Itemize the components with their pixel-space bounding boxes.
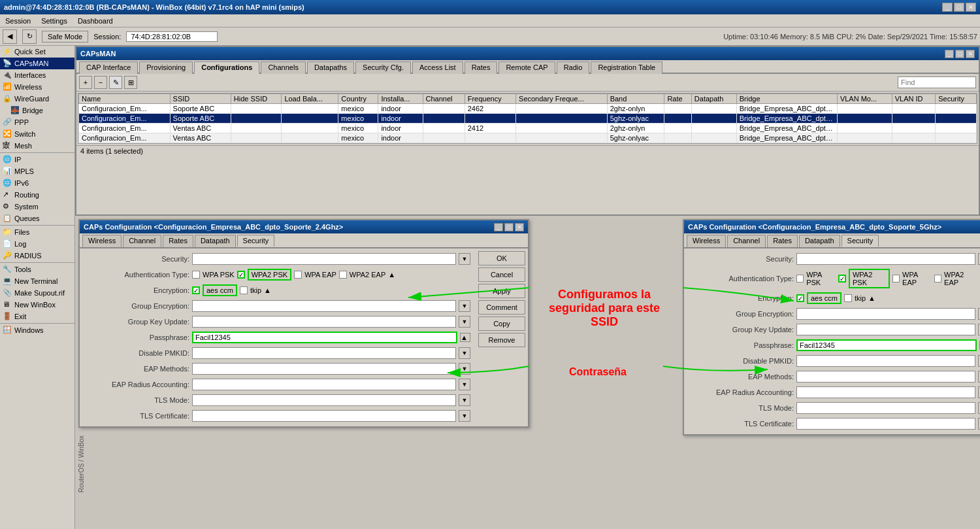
menu-session[interactable]: Session [3,16,33,26]
close-button[interactable]: ✕ [966,3,976,12]
wpapsk-checkbox[interactable] [192,271,200,279]
disable-pmkid-input[interactable] [192,347,456,359]
safe-mode-button[interactable]: Safe Mode [42,31,88,43]
dialog1-copy-button[interactable]: Copy [478,316,525,331]
passphrase-scroll-up[interactable]: ▲ [460,333,470,342]
d2-tkip-checkbox[interactable] [844,294,852,302]
tab-provisioning[interactable]: Provisioning [139,61,193,74]
dialog1-tab-security[interactable]: Security [237,235,275,247]
sidebar-item-supout[interactable]: 📎 Make Supout.rif [0,287,74,299]
d2-aesccm-checkbox[interactable] [796,294,804,302]
tab-configurations[interactable]: Configurations [194,61,259,74]
table-row[interactable]: Configuracion_Em... Ventas ABC mexico in… [79,124,977,133]
sidebar-item-ppp[interactable]: 🔗 PPP [0,116,74,128]
sidebar-item-ipv6[interactable]: 🌐 IPv6 [0,177,74,189]
tls-mode-dropdown[interactable]: ▼ [459,394,470,406]
dialog2-tab-datapath[interactable]: Datapath [799,235,840,247]
col-load-bala[interactable]: Load Bala... [282,94,338,104]
sidebar-item-mesh[interactable]: 🕸 Mesh [0,140,74,152]
tkip-checkbox[interactable] [240,286,248,294]
table-row[interactable]: Configuracion_Em... Soporte ABC mexico i… [79,114,977,124]
sidebar-item-wireguard[interactable]: 🔒 WireGuard [0,93,74,105]
col-band[interactable]: Band [607,94,664,104]
tab-rates[interactable]: Rates [465,61,498,74]
col-channel[interactable]: Channel [423,94,465,104]
eap-methods-dropdown[interactable]: ▼ [459,363,470,375]
add-button[interactable]: + [79,76,92,89]
sidebar-item-newwinbox[interactable]: 🖥 New WinBox [0,299,74,311]
dialog2-tab-channel[interactable]: Channel [727,235,766,247]
remove-button[interactable]: − [94,76,107,89]
sidebar-item-queues[interactable]: 📋 Queues [0,213,74,224]
group-key-input[interactable] [192,316,456,328]
capsman-minimize[interactable]: _ [945,50,954,58]
dialog2-tab-wireless[interactable]: Wireless [687,235,726,247]
tab-security-cfg[interactable]: Security Cfg. [355,61,411,74]
dialog1-passphrase-input[interactable] [192,332,457,343]
sidebar-item-switch[interactable]: 🔀 Switch [0,128,74,140]
tab-datapaths[interactable]: Datapaths [307,61,354,74]
eap-methods-input[interactable] [192,363,456,375]
aesccm-checkbox[interactable] [192,286,200,294]
col-bridge[interactable]: Bridge [736,94,837,104]
disable-pmkid-dropdown[interactable]: ▼ [459,347,470,359]
col-vlan-mo[interactable]: VLAN Mo... [837,94,892,104]
col-name[interactable]: Name [79,94,171,104]
d2-disable-pmkid-input[interactable] [796,355,975,367]
edit-button[interactable]: ✎ [109,76,122,89]
sidebar-item-mpls[interactable]: 📊 MPLS [0,165,74,177]
d2-tls-mode-input[interactable] [796,402,975,414]
title-bar-controls[interactable]: _ □ ✕ [942,3,976,12]
col-installa[interactable]: Installa... [378,94,423,104]
d2-eap-methods-input[interactable] [796,371,975,383]
sidebar-item-ip[interactable]: 🌐 IP [0,154,74,165]
tab-registration-table[interactable]: Registration Table [591,61,662,74]
tls-cert-dropdown[interactable]: ▼ [459,410,470,422]
dialog1-tab-channel[interactable]: Channel [123,235,161,247]
dialog1-remove-button[interactable]: Remove [478,333,525,347]
group-key-dropdown[interactable]: ▼ [459,316,470,328]
menu-settings[interactable]: Settings [39,16,70,26]
sidebar-item-files[interactable]: 📁 Files [0,226,74,238]
col-security[interactable]: Security [936,94,977,104]
capsman-maximize[interactable]: □ [955,50,964,58]
back-button[interactable]: ◀ [3,29,17,44]
dialog1-tab-rates[interactable]: Rates [163,235,193,247]
group-enc-dropdown[interactable]: ▼ [459,300,470,312]
tab-access-list[interactable]: Access List [412,61,463,74]
capsman-controls[interactable]: _ □ ✕ [945,50,975,58]
menu-dashboard[interactable]: Dashboard [75,16,116,26]
capsman-close[interactable]: ✕ [966,50,975,58]
eap-radius-dropdown[interactable]: ▼ [459,379,470,390]
sidebar-item-tools[interactable]: 🔧 Tools [0,264,74,275]
dialog1-comment-button[interactable]: Comment [478,300,525,315]
col-frequency[interactable]: Frequency [465,94,515,104]
col-datapath[interactable]: Datapath [691,94,736,104]
dialog1-tab-wireless[interactable]: Wireless [82,235,122,247]
dialog1-controls[interactable]: _ □ ✕ [494,223,524,231]
col-hide-ssid[interactable]: Hide SSID [231,94,282,104]
wpa2psk-checkbox[interactable] [237,271,245,279]
sidebar-item-bridge[interactable]: 🌉 Bridge [0,105,74,116]
d2-eap-radius-input[interactable] [796,386,975,398]
col-secondary-freq[interactable]: Secondary Freque... [516,94,608,104]
dialog1-maximize[interactable]: □ [504,223,514,231]
sidebar-item-system[interactable]: ⚙ System [0,201,74,213]
tab-channels[interactable]: Channels [261,61,305,74]
tab-cap-interface[interactable]: CAP Interface [79,61,138,74]
d2-group-enc-input[interactable] [796,308,975,320]
dialog2-passphrase-input[interactable] [796,339,977,351]
d2-wpa2psk-checkbox[interactable] [838,275,846,282]
filter-button[interactable]: ⊞ [124,76,137,89]
dialog1-close[interactable]: ✕ [515,223,524,231]
minimize-button[interactable]: _ [942,3,953,12]
wpa2eap-checkbox[interactable] [339,271,347,279]
d2-wpa2eap-checkbox[interactable] [934,275,941,282]
dialog1-minimize[interactable]: _ [494,223,503,231]
d2-wpaeap-checkbox[interactable] [892,275,900,282]
tab-remote-cap[interactable]: Remote CAP [498,61,555,74]
sidebar-item-capsman[interactable]: 📡 CAPsMAN [0,58,74,69]
dialog1-cancel-button[interactable]: Cancel [478,267,525,282]
col-rate[interactable]: Rate [664,94,691,104]
col-country[interactable]: Country [338,94,378,104]
